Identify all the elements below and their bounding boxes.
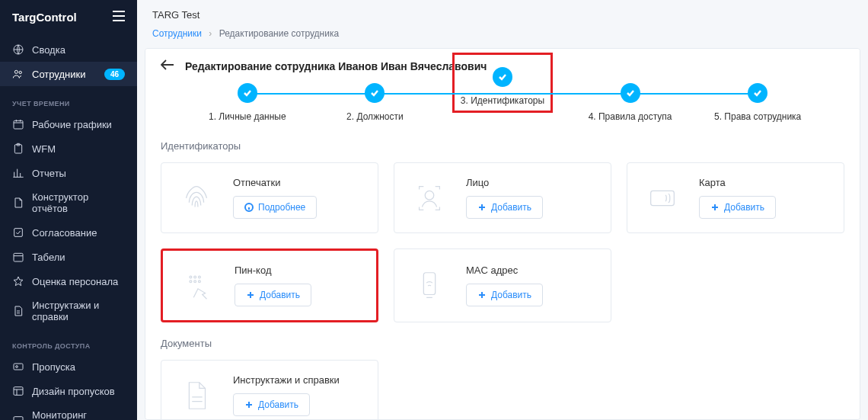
svg-rect-2 bbox=[113, 20, 125, 21]
nav-section-time: УЧЕТ ВРЕМЕНИ Рабочие графики WFM Отчеты … bbox=[0, 89, 137, 332]
card-icon bbox=[643, 178, 682, 218]
pin-icon bbox=[178, 266, 218, 306]
nav-label: Сводка bbox=[32, 44, 65, 56]
svg-rect-14 bbox=[14, 417, 23, 420]
card-fingerprints: Отпечатки Подробнее bbox=[161, 162, 378, 233]
step-label: 2. Должности bbox=[346, 111, 404, 122]
svg-rect-9 bbox=[14, 229, 23, 237]
check-icon bbox=[365, 83, 385, 103]
section-title-documents: Документы bbox=[161, 338, 844, 349]
section-title-identifiers: Идентификаторы bbox=[161, 140, 844, 152]
nav-label: Дизайн пропусков bbox=[32, 386, 115, 397]
nav-item-report-builder[interactable]: Конструктор отчётов bbox=[0, 185, 137, 220]
svg-rect-10 bbox=[14, 253, 23, 261]
nav-item-briefings[interactable]: Инструктажи и справки bbox=[0, 293, 137, 329]
nav-heading: УЧЕТ ВРЕМЕНИ bbox=[0, 92, 137, 112]
monitor-icon bbox=[12, 415, 24, 420]
nav-item-pass-design[interactable]: Дизайн пропусков bbox=[0, 379, 137, 403]
details-button[interactable]: Подробнее bbox=[233, 196, 317, 219]
nav-label: Согласование bbox=[32, 227, 97, 239]
step-label: 5. Права сотрудника bbox=[714, 111, 801, 122]
card-title: Лицо bbox=[466, 177, 489, 188]
nav-label: Рабочие графики bbox=[32, 119, 112, 130]
card-title: Отпечатки bbox=[233, 177, 281, 188]
nav-item-evaluation[interactable]: Оценка персонала bbox=[0, 269, 137, 293]
svg-point-18 bbox=[190, 276, 192, 278]
step-1[interactable]: 1. Личные данные bbox=[183, 83, 311, 122]
nav-label: Пропуска bbox=[32, 361, 75, 373]
check-icon bbox=[621, 83, 640, 103]
menu-toggle-icon[interactable] bbox=[113, 11, 125, 24]
nav-item-approval[interactable]: Согласование bbox=[0, 220, 137, 245]
chevron-right-icon: › bbox=[209, 28, 212, 39]
content-card: Редактирование сотрудника Иванов Иван Вя… bbox=[145, 48, 860, 420]
nav-label: Сотрудники bbox=[32, 69, 85, 80]
calendar2-icon bbox=[12, 251, 24, 263]
id-card-icon bbox=[12, 361, 24, 373]
svg-point-23 bbox=[198, 280, 200, 282]
stepper: 1. Личные данные 2. Должности 3. Идентиф… bbox=[183, 83, 822, 122]
step-3[interactable]: 3. Идентификаторы bbox=[439, 83, 566, 113]
page-title: Редактирование сотрудника Иванов Иван Вя… bbox=[185, 60, 487, 72]
svg-point-5 bbox=[19, 71, 21, 73]
step-4[interactable]: 4. Правила доступа bbox=[566, 83, 694, 122]
badge-count: 46 bbox=[104, 69, 125, 80]
sidebar: TargControl Сводка Сотрудники 46 УЧЕТ ВР… bbox=[0, 0, 137, 420]
card-title: MAC адрес bbox=[466, 265, 518, 276]
nav-item-summary[interactable]: Сводка bbox=[0, 37, 137, 62]
step-5[interactable]: 5. Права сотрудника bbox=[694, 83, 822, 122]
step-2[interactable]: 2. Должности bbox=[311, 83, 439, 122]
card-pin: Пин-код Добавить bbox=[161, 248, 378, 322]
add-button[interactable]: Добавить bbox=[466, 284, 543, 306]
step-label: 3. Идентификаторы bbox=[461, 95, 544, 106]
breadcrumb-current: Редактирование сотрудника bbox=[219, 28, 339, 39]
card-title: Карта bbox=[699, 177, 726, 188]
nav-top: Сводка Сотрудники 46 bbox=[0, 34, 137, 89]
nav-label: Оценка персонала bbox=[32, 276, 118, 287]
add-button[interactable]: Добавить bbox=[699, 196, 776, 219]
file-icon bbox=[12, 197, 24, 209]
svg-point-21 bbox=[190, 280, 192, 282]
back-arrow-icon[interactable] bbox=[161, 59, 174, 72]
add-button[interactable]: Добавить bbox=[235, 284, 311, 306]
svg-point-22 bbox=[194, 280, 196, 282]
breadcrumb-link[interactable]: Сотрудники bbox=[152, 28, 202, 39]
card-face: Лицо Добавить bbox=[394, 162, 611, 233]
nav-item-monitoring[interactable]: Мониторинг событий bbox=[0, 403, 137, 420]
card-card: Карта Добавить bbox=[627, 162, 844, 233]
sidebar-header: TargControl bbox=[0, 0, 137, 34]
card-briefings-doc: Инструктажи и справки Добавить bbox=[161, 360, 378, 420]
topbar-title: TARG Test bbox=[137, 0, 868, 28]
nav-label: Инструктажи и справки bbox=[32, 300, 125, 322]
card-title: Инструктажи и справки bbox=[233, 374, 340, 386]
nav-item-reports[interactable]: Отчеты bbox=[0, 161, 137, 185]
nav-item-timesheets[interactable]: Табели bbox=[0, 245, 137, 269]
calendar-icon bbox=[12, 118, 24, 130]
step-label: 4. Правила доступа bbox=[589, 111, 672, 122]
check-icon bbox=[493, 67, 512, 87]
add-button[interactable]: Добавить bbox=[233, 393, 310, 416]
check-square-icon bbox=[12, 226, 24, 239]
svg-rect-11 bbox=[14, 364, 23, 370]
nav-label: WFM bbox=[32, 143, 56, 155]
nav-label: Отчеты bbox=[32, 168, 66, 179]
add-button[interactable]: Добавить bbox=[466, 196, 543, 219]
nav-item-employees[interactable]: Сотрудники 46 bbox=[0, 62, 137, 86]
document-icon bbox=[177, 376, 216, 415]
check-icon bbox=[238, 83, 257, 103]
nav-item-wfm[interactable]: WFM bbox=[0, 136, 137, 161]
documents-section: Документы Инструктажи и справки Добавить bbox=[161, 338, 844, 420]
nav-item-schedules[interactable]: Рабочие графики bbox=[0, 112, 137, 136]
phone-wifi-icon bbox=[410, 266, 449, 306]
svg-rect-13 bbox=[14, 387, 23, 396]
svg-point-19 bbox=[194, 276, 196, 278]
file2-icon bbox=[12, 305, 24, 317]
check-icon bbox=[748, 83, 767, 103]
globe-icon bbox=[12, 43, 24, 56]
main: TARG Test Сотрудники › Редактирование со… bbox=[137, 0, 868, 420]
step-label: 1. Личные данные bbox=[209, 111, 286, 122]
nav-item-passes[interactable]: Пропуска bbox=[0, 354, 137, 379]
face-icon bbox=[410, 178, 449, 218]
nav-label: Конструктор отчётов bbox=[32, 191, 125, 214]
nav-label: Табели bbox=[32, 252, 65, 263]
